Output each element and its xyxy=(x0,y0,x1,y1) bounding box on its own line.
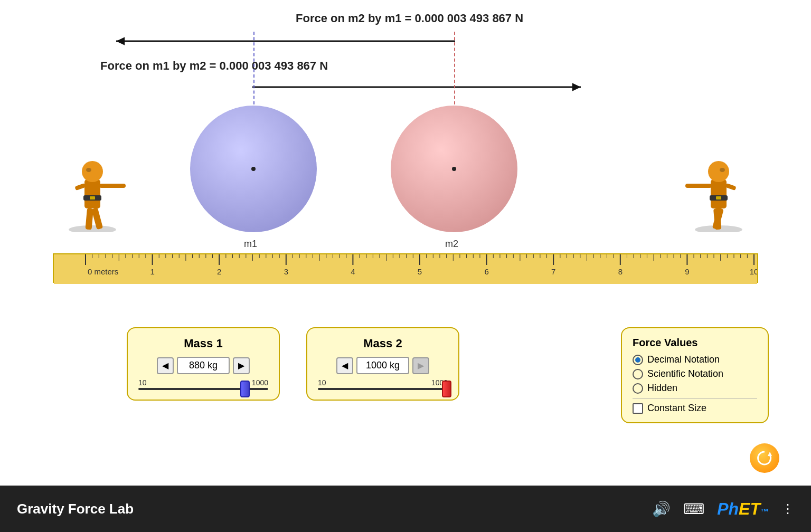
mass1-min: 10 xyxy=(138,378,147,387)
svg-rect-1 xyxy=(84,179,100,208)
svg-point-15 xyxy=(720,168,725,172)
mass1-slider-track[interactable] xyxy=(138,388,268,390)
mass2-title: Mass 2 xyxy=(318,337,448,350)
reset-button[interactable] xyxy=(750,443,779,473)
svg-rect-19 xyxy=(725,183,737,191)
svg-text:5: 5 xyxy=(418,267,422,276)
svg-marker-133 xyxy=(768,452,772,456)
constant-size-label: Constant Size xyxy=(647,403,706,414)
svg-rect-9 xyxy=(74,183,86,191)
m1-label: m1 xyxy=(244,239,257,250)
svg-text:10: 10 xyxy=(750,267,757,276)
keyboard-icon[interactable]: ⌨ xyxy=(683,500,704,518)
mass1-value: 880 kg xyxy=(177,357,230,374)
mass1-increase-btn[interactable]: ▶ xyxy=(233,357,250,374)
m2-label: m2 xyxy=(445,239,458,250)
m1-sphere[interactable] xyxy=(190,106,317,232)
constant-size-checkbox[interactable] xyxy=(633,403,643,414)
radio-hidden[interactable]: Hidden xyxy=(633,383,757,394)
mass2-decrease-btn[interactable]: ◀ xyxy=(336,357,353,374)
svg-rect-3 xyxy=(90,196,95,200)
svg-rect-11 xyxy=(711,179,727,208)
radio-decimal-label: Decimal Notation xyxy=(647,354,720,365)
force-m2-by-m1-label: Force on m2 by m1 = 0.000 003 493 867 N xyxy=(296,12,523,25)
svg-text:4: 4 xyxy=(351,267,355,276)
mass1-panel: Mass 1 ◀ 880 kg ▶ 10 1000 xyxy=(127,327,280,401)
svg-rect-18 xyxy=(685,184,712,188)
left-figure xyxy=(58,127,127,232)
svg-rect-20 xyxy=(54,254,757,284)
m1-center-dot xyxy=(251,167,256,171)
radio-hidden-label: Hidden xyxy=(647,383,677,394)
constant-size-option[interactable]: Constant Size xyxy=(633,403,757,414)
mass2-panel: Mass 2 ◀ 1000 kg ▶ 10 1000 xyxy=(306,327,459,401)
svg-point-5 xyxy=(86,168,91,172)
radio-scientific-circle[interactable] xyxy=(633,369,643,379)
m2-sphere[interactable] xyxy=(391,106,517,232)
mass1-slider-thumb[interactable] xyxy=(240,381,250,397)
bottom-bar: Gravity Force Lab 🔊 ⌨ Ph ET ™ ⋮ xyxy=(0,486,811,532)
mass1-max: 1000 xyxy=(252,378,268,387)
menu-dots-icon[interactable]: ⋮ xyxy=(781,501,794,516)
svg-text:9: 9 xyxy=(685,267,689,276)
svg-text:6: 6 xyxy=(484,267,488,276)
svg-text:1: 1 xyxy=(150,267,154,276)
svg-text:7: 7 xyxy=(551,267,555,276)
svg-text:3: 3 xyxy=(284,267,288,276)
svg-point-4 xyxy=(82,161,103,182)
mass2-min: 10 xyxy=(318,378,326,387)
svg-rect-13 xyxy=(716,196,721,200)
m2-center-dot xyxy=(452,167,456,171)
mass2-slider-thumb[interactable] xyxy=(442,381,451,397)
svg-rect-8 xyxy=(99,184,126,188)
svg-point-0 xyxy=(69,225,116,232)
mass2-value: 1000 kg xyxy=(356,357,409,374)
radio-scientific[interactable]: Scientific Notation xyxy=(633,368,757,379)
app-title: Gravity Force Lab xyxy=(17,501,652,517)
ruler: 0 meters12345678910 xyxy=(53,253,758,283)
panel-divider xyxy=(633,398,757,398)
right-figure xyxy=(684,127,753,232)
force-m1-by-m2-label: Force on m1 by m2 = 0.000 003 493 867 N xyxy=(100,59,328,73)
svg-text:0 meters: 0 meters xyxy=(88,267,118,276)
mass1-decrease-btn[interactable]: ◀ xyxy=(157,357,174,374)
radio-hidden-circle[interactable] xyxy=(633,383,643,394)
force-values-title: Force Values xyxy=(633,337,757,349)
svg-point-14 xyxy=(708,161,729,182)
sound-icon[interactable]: 🔊 xyxy=(652,500,671,518)
radio-decimal[interactable]: Decimal Notation xyxy=(633,354,757,365)
mass1-title: Mass 1 xyxy=(138,337,268,350)
radio-decimal-circle[interactable] xyxy=(633,355,643,365)
mass2-slider-track[interactable] xyxy=(318,388,448,390)
force-values-panel: Force Values Decimal Notation Scientific… xyxy=(621,327,769,423)
svg-text:8: 8 xyxy=(618,267,623,276)
radio-scientific-label: Scientific Notation xyxy=(647,368,723,379)
svg-text:2: 2 xyxy=(217,267,221,276)
mass2-increase-btn[interactable]: ▶ xyxy=(412,357,429,374)
phet-logo: Ph ET ™ xyxy=(717,499,769,519)
